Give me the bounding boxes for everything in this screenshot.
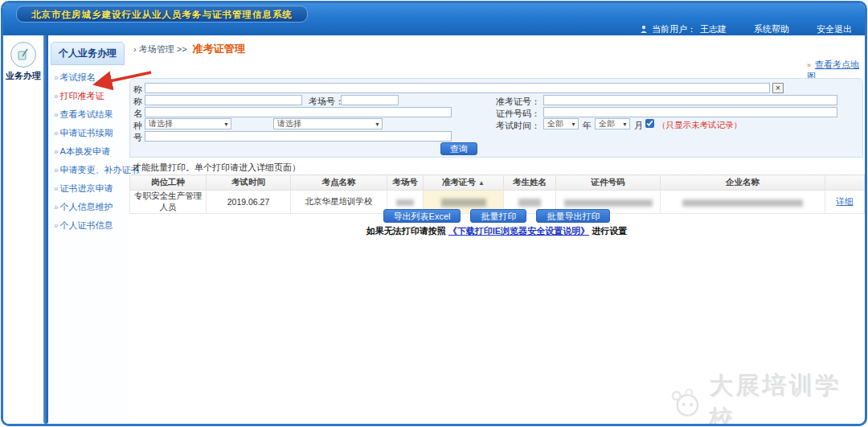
results-table: 岗位工种 考试时间 考点名称 考场号 准考证号 ▲ 考生姓名 证件号码 企业名称…: [129, 174, 865, 214]
year-select[interactable]: 全部▼: [543, 118, 579, 129]
chevron-down-icon: ▼: [622, 121, 628, 127]
sort-asc-icon: ▲: [478, 179, 485, 187]
search-form-panel: 称： × 称： 考场号： 准考证号： 名： 证件号码： 种： 请选择▼ 请选择▼…: [129, 78, 863, 158]
chevron-bullet-icon: »: [54, 221, 59, 230]
col-actions: [825, 175, 865, 191]
sidebar-item-cert-transfer[interactable]: »证书进京申请: [54, 183, 127, 195]
detail-link[interactable]: 详细: [837, 196, 854, 206]
print-setup-note: 如果无法打印请按照 《下载打印IE浏览器安全设置说明》 进行设置: [129, 225, 864, 237]
app-window: 北京市住房城乡建设行业从业人员考务与证书管理信息系统 当前用户： 王志建 系统帮…: [1, 1, 867, 426]
chevron-bullet-icon: »: [54, 73, 59, 82]
business-icon[interactable]: [10, 42, 36, 68]
col-ticket-no-sorted[interactable]: 准考证号 ▲: [424, 175, 504, 191]
type-select-1[interactable]: 请选择▼: [145, 118, 231, 129]
sidebar-item-personal-info[interactable]: »个人信息维护: [54, 201, 127, 213]
sidebar-item-print-ticket[interactable]: »打印准考证: [54, 90, 127, 102]
user-bar: 当前用户： 王志建 系统帮助 安全退出: [640, 23, 852, 35]
search-input-row3[interactable]: [145, 107, 452, 117]
sidebar-item-cert-renewal[interactable]: »申请证书续期: [54, 127, 127, 139]
sidebar-item-view-results[interactable]: »查看考试结果: [54, 109, 127, 121]
left-rail: 业务办理: [3, 35, 43, 424]
chevron-bullet-icon: »: [54, 203, 59, 211]
col-room-no[interactable]: 考场号: [387, 175, 424, 191]
notepad-pencil-icon: [15, 47, 31, 63]
action-buttons: 导出列表Excel 批量打印 批量导出打印: [129, 209, 864, 223]
room-no-input[interactable]: [341, 95, 399, 105]
chevron-down-icon: ▼: [375, 121, 380, 127]
link-bullet-icon: »: [807, 61, 811, 69]
chevron-bullet-icon: »: [54, 129, 59, 138]
room-no-label: 考场号：: [309, 96, 344, 108]
chevron-bullet-icon: »: [54, 166, 59, 174]
col-id-no[interactable]: 证件号码: [556, 175, 661, 191]
col-candidate-name[interactable]: 考生姓名: [504, 175, 556, 191]
col-exam-date[interactable]: 考试时间: [207, 175, 291, 191]
sidebar: 个人业务办理 »考试报名 »打印准考证 »查看考试结果 »申请证书续期 »A本换…: [48, 39, 127, 421]
ticket-no-input[interactable]: [543, 95, 837, 105]
current-user-name: 王志建: [700, 23, 727, 35]
chevron-bullet-icon: »: [54, 110, 59, 119]
current-user-prefix: 当前用户：: [652, 23, 696, 35]
export-excel-button[interactable]: 导出列表Excel: [383, 209, 461, 223]
only-unexamined-note: （只显示未考试记录）: [657, 120, 742, 131]
chevron-down-icon: ▼: [571, 121, 576, 127]
col-site-name[interactable]: 考点名称: [291, 175, 387, 191]
col-position[interactable]: 岗位工种: [130, 175, 207, 191]
chevron-bullet-icon: »: [54, 184, 59, 193]
ie-settings-guide-link[interactable]: 《下载打印IE浏览器安全设置说明》: [448, 226, 589, 236]
app-title: 北京市住房城乡建设行业从业人员考务与证书管理信息系统: [16, 6, 308, 23]
close-icon[interactable]: ×: [772, 83, 784, 93]
only-unexamined-checkbox[interactable]: [645, 119, 654, 128]
batch-print-hint: 才能批量打印。单个打印请进入详细页面）: [133, 162, 301, 174]
user-icon: [640, 25, 648, 33]
id-no-label: 证件号码：: [493, 108, 540, 120]
col-company[interactable]: 企业名称: [661, 175, 825, 191]
current-user: 当前用户： 王志建: [640, 23, 727, 35]
breadcrumb: › 考场管理 >> 准考证管理: [133, 42, 245, 56]
year-suffix: 年: [583, 120, 592, 132]
query-button[interactable]: 查询: [440, 142, 477, 155]
search-input-row5[interactable]: [145, 131, 452, 142]
system-help-link[interactable]: 系统帮助: [754, 23, 789, 35]
top-bar: 北京市住房城乡建设行业从业人员考务与证书管理信息系统 当前用户： 王志建 系统帮…: [3, 3, 865, 35]
ticket-no-label: 准考证号：: [493, 96, 540, 108]
sidebar-item-change-replace-cert[interactable]: »申请变更、补办证书: [54, 164, 127, 176]
left-rail-label: 业务办理: [3, 70, 43, 82]
chevron-down-icon: ▼: [223, 121, 229, 127]
type-select-2[interactable]: 请选择▼: [273, 118, 383, 129]
search-input-row1[interactable]: [145, 83, 770, 93]
sidebar-item-exam-signup[interactable]: »考试报名: [54, 72, 127, 84]
watermark: 大展培训学校: [667, 370, 865, 426]
app-title-text: 北京市住房城乡建设行业从业人员考务与证书管理信息系统: [31, 10, 293, 19]
sidebar-item-a-book-reissue[interactable]: »A本换发申请: [54, 146, 127, 158]
month-select[interactable]: 全部▼: [595, 118, 630, 129]
sidebar-item-personal-cert-info[interactable]: »个人证书信息: [54, 220, 127, 232]
search-input-row2[interactable]: [145, 95, 302, 105]
watermark-logo-icon: [667, 386, 703, 420]
id-no-input[interactable]: [543, 107, 837, 117]
logout-link[interactable]: 安全退出: [817, 23, 852, 35]
batch-export-print-button[interactable]: 批量导出打印: [536, 209, 610, 223]
chevron-bullet-icon: »: [54, 147, 59, 156]
page-title: 准考证管理: [193, 43, 245, 55]
chevron-bullet-icon: »: [54, 92, 59, 101]
breadcrumb-path: › 考场管理 >>: [133, 44, 187, 54]
month-suffix: 月: [634, 120, 643, 132]
watermark-text: 大展培训学校: [710, 370, 865, 426]
batch-print-button[interactable]: 批量打印: [470, 209, 526, 223]
table-header-row: 岗位工种 考试时间 考点名称 考场号 准考证号 ▲ 考生姓名 证件号码 企业名称: [130, 175, 865, 191]
sidebar-header: 个人业务办理: [51, 42, 125, 65]
exam-time-label: 考试时间：: [493, 120, 540, 132]
